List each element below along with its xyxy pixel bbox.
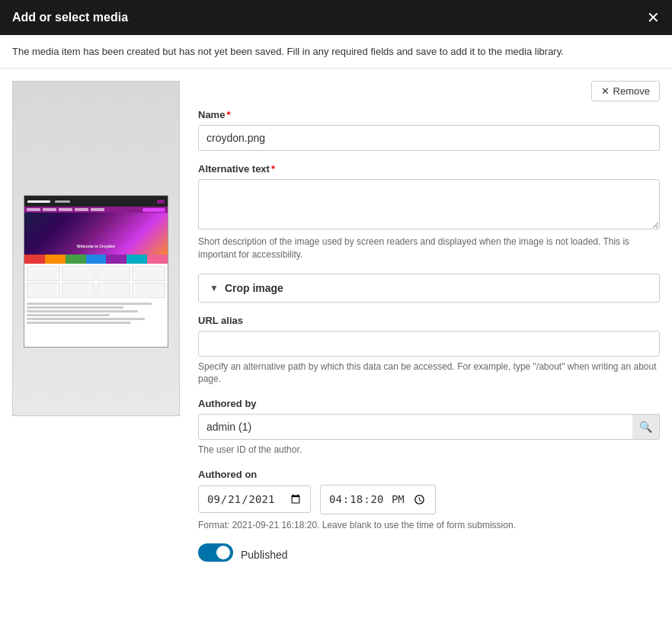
authored-on-date-input[interactable] (198, 485, 311, 513)
info-message: The media item has been created but has … (12, 46, 564, 57)
authored-by-search-button[interactable]: 🔍 (632, 414, 660, 440)
mockup-hero-text: Welcome to Croydon (77, 244, 115, 248)
name-field-group: Name* (198, 109, 660, 151)
date-input-wrapper (198, 485, 311, 514)
search-icon: 🔍 (639, 421, 652, 433)
crop-label: Crop image (225, 282, 283, 294)
toggle-slider (198, 543, 233, 562)
alt-text-input[interactable] (198, 179, 660, 229)
remove-icon: ✕ (601, 85, 610, 97)
mockup-colored-blocks (24, 255, 168, 264)
url-alias-label: URL alias (198, 315, 660, 326)
authored-by-field-group: Authored by 🔍 The user ID of the author. (198, 398, 660, 457)
image-preview-inner: Welcome to Croydon (13, 82, 179, 415)
chevron-down-icon: ▼ (210, 283, 219, 293)
info-bar: The media item has been created but has … (0, 35, 672, 69)
authored-on-label: Authored on (198, 469, 660, 480)
published-toggle[interactable] (198, 543, 233, 562)
mockup-text-rows (24, 300, 168, 326)
modal-header: Add or select media ✕ (0, 0, 672, 35)
authored-by-input[interactable] (198, 414, 660, 440)
website-mockup: Welcome to Croydon (24, 195, 168, 348)
time-input-wrapper (320, 485, 436, 514)
authored-by-help: The user ID of the author. (198, 444, 660, 457)
name-label: Name* (198, 109, 660, 120)
date-time-row (198, 485, 660, 514)
name-input[interactable] (198, 125, 660, 151)
url-alias-help: Specify an alternative path by which thi… (198, 360, 660, 386)
mockup-nav-bar (24, 207, 168, 213)
authored-by-input-wrapper: 🔍 (198, 414, 660, 440)
mockup-header (24, 196, 168, 207)
modal-title: Add or select media (12, 11, 128, 24)
authored-on-field-group: Authored on Format: 2021-09-21 16:18:20.… (198, 469, 660, 531)
published-label: Published (241, 549, 288, 561)
close-button[interactable]: ✕ (647, 10, 660, 25)
mockup-hero: Welcome to Croydon (24, 213, 168, 255)
remove-button[interactable]: ✕ Remove (591, 81, 660, 101)
image-preview: Welcome to Croydon (12, 81, 180, 416)
mockup-content-area (24, 264, 168, 300)
url-alias-input[interactable] (198, 331, 660, 357)
alt-text-label: Alternative text* (198, 163, 660, 175)
authored-on-time-input[interactable] (320, 485, 436, 514)
url-alias-field-group: URL alias Specify an alternative path by… (198, 315, 660, 386)
form-area: ✕ Remove Name* Alternative text* Short d… (198, 81, 660, 566)
remove-label: Remove (613, 85, 650, 97)
main-content: Welcome to Croydon (0, 69, 672, 578)
authored-by-label: Authored by (198, 398, 660, 409)
published-toggle-row: Published (198, 543, 660, 566)
remove-btn-row: ✕ Remove (198, 81, 660, 101)
alt-text-field-group: Alternative text* Short description of t… (198, 163, 660, 261)
alt-text-help: Short description of the image used by s… (198, 236, 660, 261)
crop-header[interactable]: ▼ Crop image (199, 274, 659, 302)
crop-section: ▼ Crop image (198, 274, 660, 303)
authored-on-help: Format: 2021-09-21 16:18:20. Leave blank… (198, 519, 660, 532)
